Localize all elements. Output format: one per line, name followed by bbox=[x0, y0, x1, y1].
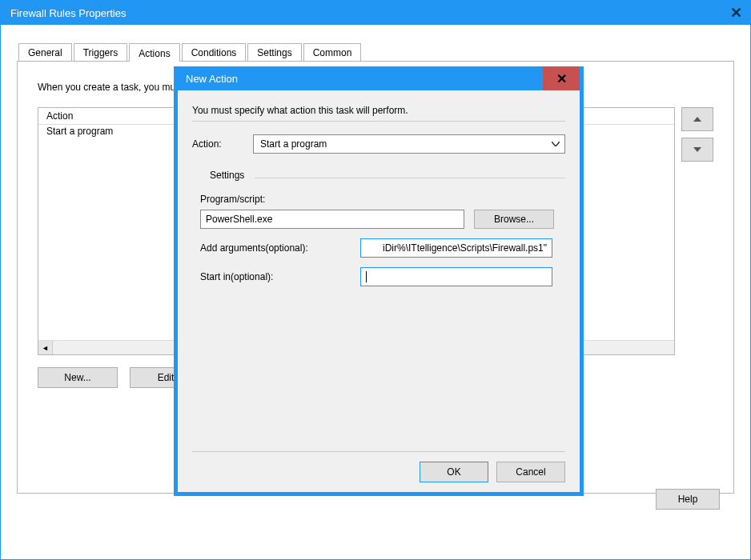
browse-button[interactable]: Browse... bbox=[474, 210, 554, 229]
modal-titlebar[interactable]: New Action ✕ bbox=[178, 66, 580, 90]
new-action-dialog: New Action ✕ You must specify what actio… bbox=[174, 66, 584, 496]
tab-general[interactable]: General bbox=[18, 43, 72, 61]
tab-conditions[interactable]: Conditions bbox=[182, 43, 247, 61]
modal-body: You must specify what action this task w… bbox=[178, 90, 580, 492]
chevron-down-icon bbox=[693, 147, 701, 152]
tab-actions[interactable]: Actions bbox=[129, 43, 179, 62]
action-row: Action: Start a program bbox=[192, 134, 565, 154]
settings-legend: Settings bbox=[210, 170, 244, 181]
action-select-value: Start a program bbox=[260, 138, 327, 150]
ok-button[interactable]: OK bbox=[420, 462, 488, 482]
modal-footer: OK Cancel bbox=[192, 462, 565, 482]
tabs-row: General Triggers Actions Conditions Sett… bbox=[17, 39, 734, 62]
cancel-button[interactable]: Cancel bbox=[496, 462, 565, 482]
close-icon: ✕ bbox=[556, 71, 567, 86]
scroll-left-button[interactable]: ◄ bbox=[38, 341, 53, 354]
text-caret bbox=[366, 271, 367, 282]
program-group: Program/script: Browse... bbox=[192, 194, 565, 229]
arguments-label: Add arguments(optional): bbox=[200, 242, 349, 254]
fieldset-divider bbox=[255, 178, 565, 178]
arguments-group: Add arguments(optional): bbox=[192, 238, 565, 258]
action-select[interactable]: Start a program bbox=[253, 134, 565, 154]
outer-title: Firewall Rules Properties bbox=[10, 7, 127, 19]
arguments-input[interactable] bbox=[360, 238, 552, 258]
divider bbox=[192, 121, 565, 122]
move-up-button[interactable] bbox=[681, 107, 713, 131]
divider bbox=[192, 451, 565, 452]
program-input[interactable] bbox=[200, 210, 464, 229]
tab-settings[interactable]: Settings bbox=[247, 43, 301, 61]
tab-common[interactable]: Common bbox=[303, 43, 362, 61]
outer-titlebar: Firewall Rules Properties ✕ bbox=[1, 1, 750, 25]
modal-title: New Action bbox=[186, 73, 238, 85]
program-label: Program/script: bbox=[200, 194, 565, 205]
new-button[interactable]: New... bbox=[38, 367, 118, 388]
modal-instruction: You must specify what action this task w… bbox=[192, 105, 565, 116]
startin-group: Start in(optional): bbox=[192, 267, 565, 286]
chevron-up-icon bbox=[693, 117, 701, 122]
reorder-buttons bbox=[681, 107, 713, 355]
startin-label: Start in(optional): bbox=[200, 271, 349, 282]
chevron-down-icon bbox=[552, 142, 560, 146]
startin-input[interactable] bbox=[360, 267, 552, 286]
action-label: Action: bbox=[192, 138, 245, 150]
tab-triggers[interactable]: Triggers bbox=[74, 43, 128, 61]
settings-fieldset: Settings Program/script: Browse... Add a… bbox=[192, 166, 565, 438]
move-down-button[interactable] bbox=[681, 138, 713, 162]
help-button[interactable]: Help bbox=[656, 489, 720, 510]
modal-close-button[interactable]: ✕ bbox=[543, 66, 580, 90]
close-icon[interactable]: ✕ bbox=[710, 4, 742, 22]
